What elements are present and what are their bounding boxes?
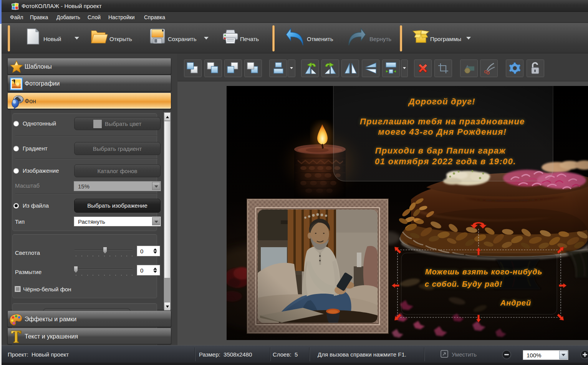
svg-text:моего 43-го Дня Рождения!: моего 43-го Дня Рождения! bbox=[378, 127, 507, 137]
svg-text:с собой. Буду рад!: с собой. Буду рад! bbox=[425, 280, 502, 288]
svg-text:Приглашаю тебя на празднование: Приглашаю тебя на празднование bbox=[360, 117, 525, 126]
svg-text:01 октября 2022 года в 19:00.: 01 октября 2022 года в 19:00. bbox=[375, 157, 516, 166]
svg-text:Андрей: Андрей bbox=[500, 299, 531, 307]
svg-text:Приходи в бар Папин гараж: Приходи в бар Папин гараж bbox=[375, 146, 506, 155]
svg-text:Можешь взять кого-нибудь: Можешь взять кого-нибудь bbox=[425, 268, 543, 276]
svg-text:Дорогой друг!: Дорогой друг! bbox=[408, 97, 475, 106]
